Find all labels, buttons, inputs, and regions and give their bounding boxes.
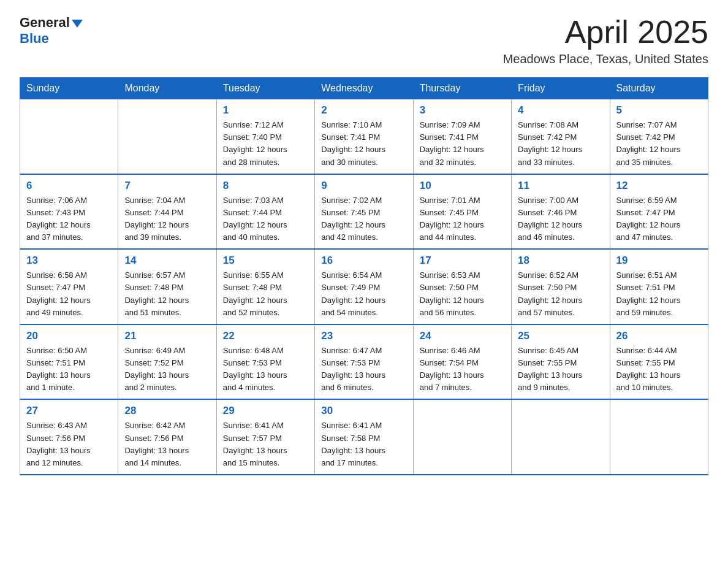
logo-blue-text: Blue: [20, 31, 49, 47]
day-info: Sunrise: 7:12 AMSunset: 7:40 PMDaylight:…: [223, 119, 308, 169]
day-info: Sunrise: 7:07 AMSunset: 7:42 PMDaylight:…: [616, 119, 702, 169]
calendar-day-8: 8Sunrise: 7:03 AMSunset: 7:44 PMDaylight…: [216, 174, 314, 250]
day-info: Sunrise: 7:01 AMSunset: 7:45 PMDaylight:…: [420, 194, 505, 244]
day-info: Sunrise: 6:45 AMSunset: 7:55 PMDaylight:…: [518, 345, 603, 394]
day-number: 3: [420, 104, 505, 117]
calendar-week-3: 13Sunrise: 6:58 AMSunset: 7:47 PMDayligh…: [20, 249, 708, 324]
calendar-day-13: 13Sunrise: 6:58 AMSunset: 7:47 PMDayligh…: [20, 249, 118, 324]
day-number: 8: [223, 180, 308, 192]
calendar-week-2: 6Sunrise: 7:06 AMSunset: 7:43 PMDaylight…: [20, 174, 708, 250]
day-info: Sunrise: 6:49 AMSunset: 7:52 PMDaylight:…: [124, 345, 210, 394]
day-info: Sunrise: 6:46 AMSunset: 7:54 PMDaylight:…: [420, 345, 505, 394]
calendar-day-3: 3Sunrise: 7:09 AMSunset: 7:41 PMDaylight…: [413, 99, 511, 174]
day-number: 28: [124, 405, 210, 417]
calendar-week-1: 1Sunrise: 7:12 AMSunset: 7:40 PMDaylight…: [20, 99, 708, 174]
calendar-week-4: 20Sunrise: 6:50 AMSunset: 7:51 PMDayligh…: [20, 324, 708, 400]
calendar-header-monday: Monday: [118, 78, 216, 99]
day-number: 15: [223, 255, 308, 267]
day-number: 21: [124, 330, 210, 342]
calendar-empty-cell: [20, 99, 118, 174]
calendar-day-10: 10Sunrise: 7:01 AMSunset: 7:45 PMDayligh…: [413, 174, 511, 250]
logo-general-text: General: [20, 15, 70, 31]
day-info: Sunrise: 7:10 AMSunset: 7:41 PMDaylight:…: [321, 119, 406, 169]
day-number: 20: [26, 330, 112, 342]
calendar-day-1: 1Sunrise: 7:12 AMSunset: 7:40 PMDaylight…: [216, 99, 314, 174]
calendar-day-21: 21Sunrise: 6:49 AMSunset: 7:52 PMDayligh…: [118, 324, 216, 400]
day-number: 24: [420, 330, 505, 342]
calendar-header-friday: Friday: [512, 78, 610, 99]
day-number: 11: [518, 180, 603, 192]
calendar-empty-cell: [413, 399, 511, 475]
day-number: 10: [420, 180, 505, 192]
day-number: 30: [321, 405, 406, 417]
calendar-day-5: 5Sunrise: 7:07 AMSunset: 7:42 PMDaylight…: [610, 99, 708, 174]
day-number: 12: [616, 180, 702, 192]
day-info: Sunrise: 6:50 AMSunset: 7:51 PMDaylight:…: [26, 345, 112, 394]
day-info: Sunrise: 6:59 AMSunset: 7:47 PMDaylight:…: [616, 194, 702, 244]
calendar-day-6: 6Sunrise: 7:06 AMSunset: 7:43 PMDaylight…: [20, 174, 118, 250]
calendar-day-28: 28Sunrise: 6:42 AMSunset: 7:56 PMDayligh…: [118, 399, 216, 475]
calendar-day-25: 25Sunrise: 6:45 AMSunset: 7:55 PMDayligh…: [512, 324, 610, 400]
day-number: 9: [321, 180, 406, 192]
day-info: Sunrise: 6:42 AMSunset: 7:56 PMDaylight:…: [124, 419, 210, 469]
calendar-day-15: 15Sunrise: 6:55 AMSunset: 7:48 PMDayligh…: [216, 249, 314, 324]
calendar-header-sunday: Sunday: [20, 78, 118, 99]
calendar-day-29: 29Sunrise: 6:41 AMSunset: 7:57 PMDayligh…: [216, 399, 314, 475]
calendar-day-17: 17Sunrise: 6:53 AMSunset: 7:50 PMDayligh…: [413, 249, 511, 324]
day-number: 19: [616, 255, 702, 267]
calendar-day-4: 4Sunrise: 7:08 AMSunset: 7:42 PMDaylight…: [512, 99, 610, 174]
day-number: 13: [26, 255, 112, 267]
day-number: 22: [223, 330, 308, 342]
calendar-day-18: 18Sunrise: 6:52 AMSunset: 7:50 PMDayligh…: [512, 249, 610, 324]
day-number: 29: [223, 405, 308, 417]
day-number: 26: [616, 330, 702, 342]
day-info: Sunrise: 6:58 AMSunset: 7:47 PMDaylight:…: [26, 269, 112, 319]
day-info: Sunrise: 6:55 AMSunset: 7:48 PMDaylight:…: [223, 269, 308, 319]
calendar-day-14: 14Sunrise: 6:57 AMSunset: 7:48 PMDayligh…: [118, 249, 216, 324]
day-number: 4: [518, 104, 603, 117]
day-number: 6: [26, 180, 112, 192]
day-number: 25: [518, 330, 603, 342]
calendar-empty-cell: [512, 399, 610, 475]
logo-triangle-icon: [72, 20, 83, 28]
calendar-day-9: 9Sunrise: 7:02 AMSunset: 7:45 PMDaylight…: [315, 174, 413, 250]
calendar-header-thursday: Thursday: [413, 78, 511, 99]
calendar-week-5: 27Sunrise: 6:43 AMSunset: 7:56 PMDayligh…: [20, 399, 708, 475]
day-info: Sunrise: 7:00 AMSunset: 7:46 PMDaylight:…: [518, 194, 603, 244]
calendar-empty-cell: [610, 399, 708, 475]
calendar-day-27: 27Sunrise: 6:43 AMSunset: 7:56 PMDayligh…: [20, 399, 118, 475]
day-number: 14: [124, 255, 210, 267]
day-info: Sunrise: 7:09 AMSunset: 7:41 PMDaylight:…: [420, 119, 505, 169]
location-title: Meadows Place, Texas, United States: [503, 52, 708, 66]
calendar-day-7: 7Sunrise: 7:04 AMSunset: 7:44 PMDaylight…: [118, 174, 216, 250]
calendar-day-20: 20Sunrise: 6:50 AMSunset: 7:51 PMDayligh…: [20, 324, 118, 400]
calendar-day-26: 26Sunrise: 6:44 AMSunset: 7:55 PMDayligh…: [610, 324, 708, 400]
calendar-day-23: 23Sunrise: 6:47 AMSunset: 7:53 PMDayligh…: [315, 324, 413, 400]
day-info: Sunrise: 6:51 AMSunset: 7:51 PMDaylight:…: [616, 269, 702, 319]
day-info: Sunrise: 6:47 AMSunset: 7:53 PMDaylight:…: [321, 345, 406, 394]
day-number: 16: [321, 255, 406, 267]
day-info: Sunrise: 7:06 AMSunset: 7:43 PMDaylight:…: [26, 194, 112, 244]
logo: General Blue: [20, 15, 83, 47]
calendar-day-11: 11Sunrise: 7:00 AMSunset: 7:46 PMDayligh…: [512, 174, 610, 250]
day-info: Sunrise: 7:02 AMSunset: 7:45 PMDaylight:…: [321, 194, 406, 244]
calendar-header-tuesday: Tuesday: [216, 78, 314, 99]
month-title: April 2025: [503, 15, 708, 50]
calendar-day-30: 30Sunrise: 6:41 AMSunset: 7:58 PMDayligh…: [315, 399, 413, 475]
calendar-day-19: 19Sunrise: 6:51 AMSunset: 7:51 PMDayligh…: [610, 249, 708, 324]
day-info: Sunrise: 7:04 AMSunset: 7:44 PMDaylight:…: [124, 194, 210, 244]
calendar-header-saturday: Saturday: [610, 78, 708, 99]
day-number: 17: [420, 255, 505, 267]
day-info: Sunrise: 6:43 AMSunset: 7:56 PMDaylight:…: [26, 419, 112, 469]
calendar-day-16: 16Sunrise: 6:54 AMSunset: 7:49 PMDayligh…: [315, 249, 413, 324]
calendar-day-22: 22Sunrise: 6:48 AMSunset: 7:53 PMDayligh…: [216, 324, 314, 400]
title-block: April 2025 Meadows Place, Texas, United …: [503, 15, 708, 66]
day-number: 23: [321, 330, 406, 342]
day-number: 1: [223, 104, 308, 117]
day-number: 5: [616, 104, 702, 117]
calendar-day-12: 12Sunrise: 6:59 AMSunset: 7:47 PMDayligh…: [610, 174, 708, 250]
day-info: Sunrise: 6:41 AMSunset: 7:57 PMDaylight:…: [223, 419, 308, 469]
calendar-table: SundayMondayTuesdayWednesdayThursdayFrid…: [20, 77, 708, 475]
calendar-header-row: SundayMondayTuesdayWednesdayThursdayFrid…: [20, 78, 708, 99]
page-header: General Blue April 2025 Meadows Place, T…: [20, 15, 708, 66]
